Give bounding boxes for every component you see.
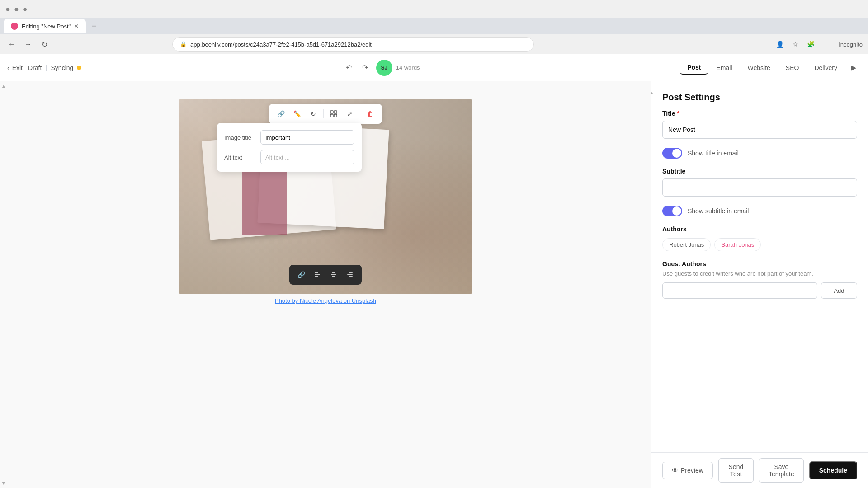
- author-chip-sarah[interactable]: Sarah Jonas: [714, 238, 761, 251]
- svg-rect-2: [330, 114, 333, 117]
- tab-favicon: [11, 23, 18, 30]
- authors-label: Authors: [662, 225, 857, 233]
- syncing-text: Syncing: [51, 64, 74, 71]
- schedule-label: Schedule: [819, 467, 847, 474]
- profile-icon-btn[interactable]: 👤: [774, 38, 786, 51]
- sidebar-scroll-indicator: ▲: [651, 90, 654, 95]
- subtitle-field-label: Subtitle: [662, 168, 857, 175]
- menu-btn[interactable]: ⋮: [820, 38, 832, 51]
- new-tab-btn[interactable]: +: [88, 20, 100, 33]
- sidebar-header: Post Settings: [651, 81, 868, 110]
- popup-title-row: Image title: [224, 130, 354, 145]
- bottom-align-right-btn[interactable]: [344, 268, 356, 281]
- popup-alt-row: Alt text: [224, 150, 354, 164]
- send-test-btn[interactable]: Send Test: [718, 458, 754, 483]
- title-input[interactable]: [662, 121, 857, 139]
- guest-authors-section: Guest Authors Use guests to credit write…: [651, 260, 868, 308]
- exit-chevron-icon: ‹: [7, 64, 9, 71]
- draft-text: Draft: [28, 64, 42, 71]
- svg-rect-12: [349, 276, 353, 277]
- popup-alt-input[interactable]: [260, 150, 354, 164]
- address-bar[interactable]: 🔒 app.beehiiv.com/posts/c24a3a77-2fe2-41…: [172, 37, 534, 52]
- image-delete-btn[interactable]: 🗑: [363, 107, 377, 121]
- tab-bar: Editing "New Post" ✕ +: [0, 18, 868, 34]
- forward-btn[interactable]: →: [22, 38, 34, 51]
- panel-toggle-btn[interactable]: ▶: [846, 61, 861, 75]
- schedule-btn[interactable]: Schedule: [809, 461, 857, 479]
- tab-delivery[interactable]: Delivery: [807, 61, 844, 74]
- nav-right: 👤 ☆ 🧩 ⋮ Incognito: [774, 38, 863, 51]
- app-toolbar: ‹ Exit Draft | Syncing ↶ ↷ SJ 14 words P…: [0, 54, 868, 81]
- preview-btn[interactable]: 👁 Preview: [662, 462, 713, 479]
- draft-badge: Draft | Syncing: [28, 64, 81, 72]
- tab-seo[interactable]: SEO: [778, 61, 807, 74]
- popup-title-input[interactable]: [260, 130, 354, 145]
- show-title-toggle-row: Show title in email: [651, 148, 868, 159]
- popup-title-label: Image title: [224, 134, 260, 141]
- image-replace-btn[interactable]: ↻: [306, 107, 321, 121]
- url-text: app.beehiiv.com/posts/c24a3a77-2fe2-415b…: [190, 41, 372, 48]
- tab-title: Editing "New Post": [22, 23, 71, 30]
- image-caption[interactable]: Photo by Nicole Angelova on Unsplash: [179, 297, 472, 304]
- show-subtitle-toggle-row: Show subtitle in email: [651, 206, 868, 216]
- subtitle-input[interactable]: [662, 178, 857, 197]
- scroll-up-area: ▲: [0, 81, 7, 488]
- refresh-btn[interactable]: ↻: [38, 38, 51, 51]
- authors-list: Robert Jonas Sarah Jonas: [662, 238, 857, 251]
- title-bar: ● ● ●: [0, 0, 868, 18]
- image-edit-btn[interactable]: ✏️: [290, 107, 304, 121]
- svg-rect-4: [315, 272, 318, 273]
- active-tab[interactable]: Editing "New Post" ✕: [4, 19, 86, 33]
- image-toolbar: 🔗 ✏️ ↻ ⤢ 🗑: [269, 104, 382, 124]
- toolbar-separator-2: [360, 109, 360, 118]
- svg-rect-9: [332, 276, 335, 277]
- image-link-btn[interactable]: 🔗: [274, 107, 288, 121]
- star-btn[interactable]: ☆: [789, 38, 802, 51]
- preview-icon: 👁: [672, 467, 678, 474]
- tab-post[interactable]: Post: [680, 61, 708, 75]
- tab-email[interactable]: Email: [709, 61, 739, 74]
- app: ‹ Exit Draft | Syncing ↶ ↷ SJ 14 words P…: [0, 54, 868, 488]
- sidebar-title: Post Settings: [662, 92, 857, 103]
- redo-btn[interactable]: ↷: [358, 61, 373, 75]
- image-expand-btn[interactable]: ⤢: [343, 107, 357, 121]
- save-template-btn[interactable]: Save Template: [759, 458, 804, 483]
- bottom-link-btn[interactable]: 🔗: [295, 268, 307, 281]
- guest-author-add-btn[interactable]: Add: [821, 282, 857, 299]
- toolbar-center: ↶ ↷ SJ 14 words: [342, 60, 420, 76]
- user-avatar-btn[interactable]: SJ: [376, 60, 392, 76]
- show-title-toggle[interactable]: [662, 148, 682, 159]
- exit-btn[interactable]: ‹ Exit: [7, 64, 23, 71]
- sidebar-scroll-up: ▲: [651, 90, 654, 95]
- guest-author-input[interactable]: [662, 282, 817, 299]
- author-chip-robert[interactable]: Robert Jonas: [662, 238, 711, 251]
- lock-icon: 🔒: [180, 41, 187, 47]
- scroll-down-area: ▼: [0, 480, 7, 488]
- preview-label: Preview: [681, 467, 703, 474]
- show-title-label: Show title in email: [688, 150, 739, 157]
- undo-redo: ↶ ↷: [342, 61, 373, 75]
- authors-section: Authors Robert Jonas Sarah Jonas: [651, 225, 868, 260]
- tab-website[interactable]: Website: [741, 61, 778, 74]
- image-layout-btn[interactable]: [326, 107, 341, 121]
- svg-rect-0: [330, 111, 333, 113]
- save-template-label: Save Template: [769, 463, 794, 478]
- tab-close-btn[interactable]: ✕: [74, 23, 79, 29]
- svg-rect-8: [331, 274, 336, 275]
- title-field-label: Title *: [662, 110, 857, 117]
- guest-authors-desc: Use guests to credit writers who are not…: [662, 270, 857, 277]
- show-subtitle-toggle[interactable]: [662, 206, 682, 216]
- back-btn[interactable]: ←: [5, 38, 18, 51]
- svg-rect-1: [334, 111, 337, 113]
- extension-btn[interactable]: 🧩: [804, 38, 817, 51]
- svg-rect-10: [349, 272, 353, 273]
- tab-nav: Post Email Website SEO Delivery: [680, 61, 844, 75]
- editor-area[interactable]: ▲ 🔗 ✏️ ↻: [0, 81, 651, 488]
- undo-btn[interactable]: ↶: [342, 61, 356, 75]
- svg-rect-6: [315, 276, 318, 277]
- bottom-align-left-btn[interactable]: [311, 268, 324, 281]
- bottom-align-center-btn[interactable]: [327, 268, 340, 281]
- word-count: 14 words: [396, 64, 420, 71]
- toolbar-right: Post Email Website SEO Delivery ▶: [680, 61, 861, 75]
- popup-alt-label: Alt text: [224, 154, 260, 161]
